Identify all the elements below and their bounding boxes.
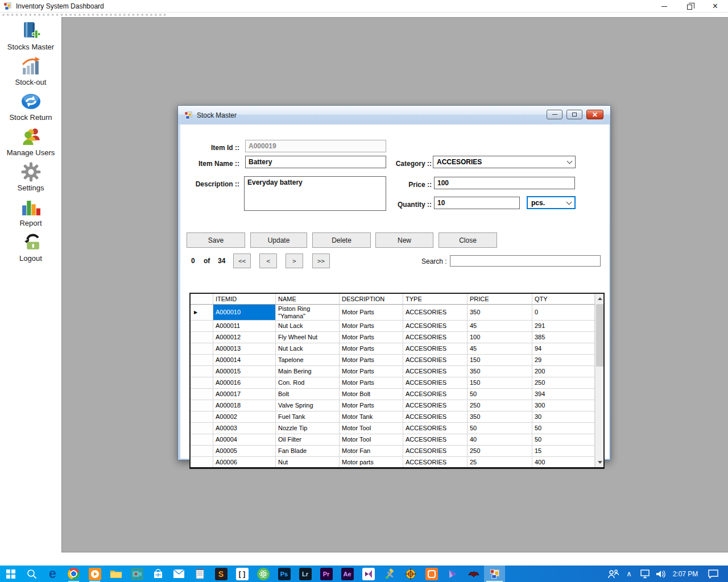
grid-cell[interactable]: Fly Wheel Nut [276,332,340,343]
table-row[interactable]: A000011Nut LackMotor PartsACCESORIES4529… [191,321,603,332]
grid-cell[interactable]: A000010 [213,305,276,321]
grid-cell[interactable]: 15 [532,446,595,457]
grid-cell[interactable]: ACCESORIES [403,389,468,400]
grid-cell[interactable]: Motor Tank [340,411,403,423]
row-header[interactable] [191,446,213,457]
close-button[interactable]: × [702,0,728,13]
grid-cell[interactable]: 150 [468,355,532,366]
grid-cell[interactable]: 394 [532,389,595,400]
grid-cell[interactable]: Motor Fan [340,446,403,457]
grid-cell[interactable]: 25 [468,457,532,468]
column-header-qty[interactable]: QTY [532,294,595,305]
grid-cell[interactable]: A00005 [213,446,276,457]
row-header[interactable] [191,457,213,468]
grid-cell[interactable]: 29 [532,355,595,366]
taskbar-media-player[interactable] [84,566,105,582]
save-button[interactable]: Save [187,232,245,248]
dialog-minimize-button[interactable] [547,110,562,119]
row-header[interactable] [191,366,213,377]
table-row[interactable]: A000013Nut LackMotor PartsACCESORIES4594 [191,343,603,355]
next-record-button[interactable]: > [286,253,303,268]
grid-cell[interactable]: 250 [468,400,532,411]
row-header[interactable] [191,400,213,411]
grid-cell[interactable]: Valve Spring [276,400,340,411]
grid-cell[interactable]: 50 [468,423,532,434]
grid-cell[interactable]: 300 [532,400,595,411]
grid-cell[interactable]: ACCESORIES [403,411,468,423]
grid-cell[interactable]: 250 [532,377,595,389]
grid-cell[interactable]: ACCESORIES [403,366,468,377]
grid-cell[interactable]: 385 [532,332,595,343]
grid-cell[interactable]: A00006 [213,457,276,468]
row-header[interactable] [191,389,213,400]
price-field[interactable] [434,177,575,189]
grid-cell[interactable]: Motor Parts [340,355,403,366]
taskbar-edge[interactable]: e [42,566,63,582]
table-row[interactable]: A00005Fan BladeMotor FanACCESORIES25015 [191,446,603,457]
clock[interactable]: 2:07 PM [669,570,702,578]
grid-cell[interactable]: A000013 [213,343,276,355]
grid-cell[interactable]: Fan Blade [276,446,340,457]
sidebar-item-settings[interactable]: Settings [0,161,61,192]
taskbar-inventory-app[interactable] [484,566,505,582]
grid-cell[interactable]: A000017 [213,389,276,400]
table-row[interactable]: A00003Nozzle TipMotor ToolACCESORIES5050 [191,423,603,434]
grid-cell[interactable]: ACCESORIES [403,355,468,366]
taskbar-brackets[interactable]: [ ] [231,566,253,582]
grid-cell[interactable]: ACCESORIES [403,305,468,321]
quantity-field[interactable] [434,197,520,209]
grid-cell[interactable]: A000015 [213,366,276,377]
taskbar-photoshop[interactable]: Ps [274,566,295,582]
grid-cell[interactable]: A000011 [213,321,276,332]
taskbar-mail[interactable] [168,566,189,582]
tray-show-hidden-icons[interactable]: ∧ [621,566,637,582]
grid-cell[interactable]: 94 [532,343,595,355]
taskbar-camera-app[interactable] [126,566,147,582]
grid-cell[interactable]: Bolt [276,389,340,400]
row-header[interactable] [191,423,213,434]
taskbar-premiere[interactable]: Pr [316,566,337,582]
column-header-itemid[interactable]: ITEMID [213,294,276,305]
description-field[interactable]: Everyday battery [244,176,386,211]
grid-cell[interactable]: Motor Tool [340,434,403,446]
grid-cell[interactable]: Motor Parts [340,343,403,355]
grid-cell[interactable]: A000016 [213,377,276,389]
grid-cell[interactable]: 200 [532,366,595,377]
grid-cell[interactable]: Piston Ring "Yamana" [276,305,340,321]
grid-corner[interactable] [191,294,213,305]
grid-cell[interactable]: 291 [532,321,595,332]
grid-scrollbar[interactable] [595,294,603,467]
new-button[interactable]: New [375,232,433,248]
sidebar-item-stock-return[interactable]: Stock Return [0,91,61,122]
grid-cell[interactable]: 350 [468,305,532,321]
taskbar-tools[interactable] [379,566,400,582]
table-row[interactable]: A000016Con. RodMotor PartsACCESORIES1502… [191,377,603,389]
grid-cell[interactable]: 350 [468,366,532,377]
category-dropdown[interactable]: ACCESORIES [433,156,576,168]
grid-cell[interactable]: A000014 [213,355,276,366]
grid-cell[interactable]: ACCESORIES [403,321,468,332]
search-input[interactable] [450,255,601,267]
column-header-name[interactable]: NAME [276,294,340,305]
taskbar-atom[interactable] [253,566,274,582]
grid-cell[interactable]: A000012 [213,332,276,343]
start-button[interactable] [0,566,21,582]
grid-cell[interactable]: A00004 [213,434,276,446]
table-row[interactable]: A00006NutMotor partsACCESORIES25400 [191,457,603,468]
grid-cell[interactable]: 40 [468,434,532,446]
grid-cell[interactable]: Motor Parts [340,332,403,343]
grid-cell[interactable]: A00003 [213,423,276,434]
grid-cell[interactable]: Motor Bolt [340,389,403,400]
taskbar-search-button[interactable] [21,566,42,582]
delete-button[interactable]: Delete [312,232,371,248]
taskbar-bat-app[interactable] [463,566,484,582]
row-header[interactable] [191,321,213,332]
item-id-field[interactable] [245,140,386,152]
table-row[interactable]: A000012Fly Wheel NutMotor PartsACCESORIE… [191,332,603,343]
selected-row-arrow[interactable]: ▶ [191,305,213,321]
table-row[interactable]: A000014TapeloneMotor PartsACCESORIES1502… [191,355,603,366]
grid-cell[interactable]: Fuel Tank [276,411,340,423]
scroll-down-icon[interactable] [595,458,604,467]
grid-cell[interactable]: Tapelone [276,355,340,366]
grid-cell[interactable]: 30 [532,411,595,423]
